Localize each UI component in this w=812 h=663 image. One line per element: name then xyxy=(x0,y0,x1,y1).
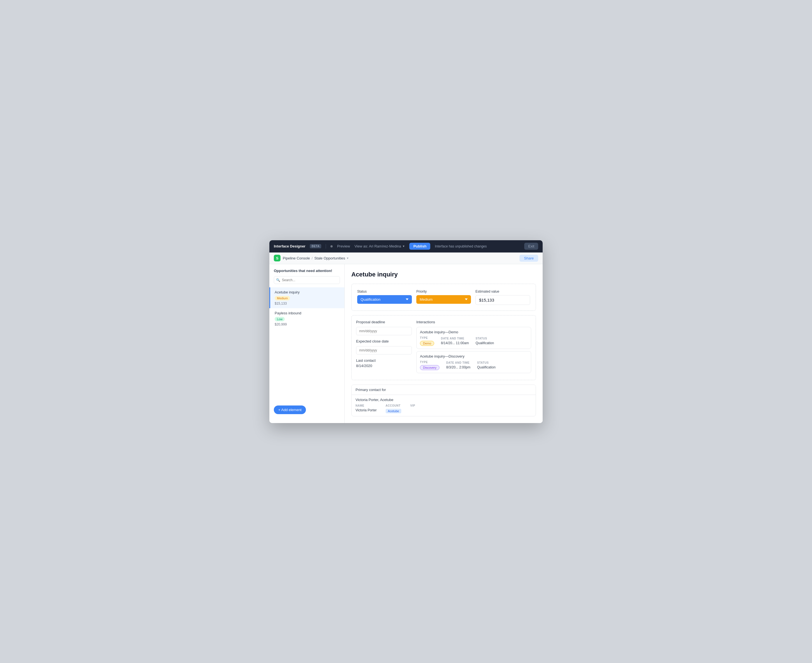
estimated-value-field-group: Estimated value xyxy=(475,289,530,305)
status-label: Status xyxy=(357,289,412,293)
sidebar-item-name-acetube: Acetube inquiry xyxy=(275,290,340,294)
priority-field-group: Priority Medium xyxy=(417,289,471,305)
breadcrumb-chevron-icon: ▼ xyxy=(346,257,349,260)
exit-button[interactable]: Exit xyxy=(524,243,538,250)
interactions-column: Interactions Acetube inquiry—Demo TYPE D… xyxy=(417,320,531,375)
datetime-value-0: 8/14/20... 11:00am xyxy=(441,341,469,345)
estimated-value-input[interactable] xyxy=(475,295,530,305)
app-name: Interface Designer xyxy=(274,244,305,248)
breadcrumb: Pipeline Console / Stale Opportunities ▼ xyxy=(283,256,349,260)
interaction-status-col-0: STATUS Qualification xyxy=(475,337,494,345)
status-header-0: STATUS xyxy=(475,337,494,340)
sidebar: Opportunities that need attention! 🔍 Ace… xyxy=(269,264,345,423)
sidebar-value-payless: $20,999 xyxy=(275,322,340,327)
fields-section: Status Qualification Priority Medium Est… xyxy=(351,284,536,311)
primary-contact-section: Primary contact for Victoria Porter, Ace… xyxy=(351,385,536,416)
top-nav: Interface Designer BETA Preview View as:… xyxy=(269,240,543,252)
account-badge: Acetube xyxy=(386,409,401,413)
interactions-label: Interactions xyxy=(417,320,531,324)
type-header-0: TYPE xyxy=(420,336,434,340)
sidebar-badge-acetube: Medium xyxy=(275,296,290,301)
vip-header: VIP xyxy=(410,404,415,407)
sub-nav: S Pipeline Console / Stale Opportunities… xyxy=(269,252,543,264)
view-as-selector[interactable]: View as: Ari Ramírez-Medina ▼ xyxy=(354,244,405,248)
contact-card: Victoria Porter, Acetube NAME Victoria P… xyxy=(352,395,536,416)
datetime-header-1: DATE AND TIME xyxy=(446,361,470,364)
chevron-down-icon: ▼ xyxy=(402,245,405,248)
interaction-title-0: Acetube inquiry—Demo xyxy=(420,330,528,334)
publish-button[interactable]: Publish xyxy=(409,243,430,250)
preview-label[interactable]: Preview xyxy=(337,244,350,248)
middle-section: Proposal deadline Expected close date La… xyxy=(351,315,536,380)
view-as-label: View as: Ari Ramírez-Medina xyxy=(354,244,401,248)
app-icon: S xyxy=(274,255,280,261)
unpublished-text: Interface has unpublished changes xyxy=(435,244,486,248)
status-value-1: Qualification xyxy=(477,365,496,369)
nav-separator xyxy=(326,244,326,249)
name-header: NAME xyxy=(355,404,377,407)
expected-close-date-input[interactable] xyxy=(356,346,412,354)
search-icon: 🔍 xyxy=(276,278,280,282)
interaction-meta-0: TYPE Demo DATE AND TIME 8/14/20... 11:00… xyxy=(420,336,528,346)
priority-label: Priority xyxy=(417,289,471,293)
interaction-datetime-col-1: DATE AND TIME 8/3/20... 2:00pm xyxy=(446,361,470,369)
proposal-deadline-input[interactable] xyxy=(356,327,412,335)
beta-badge: BETA xyxy=(310,244,321,248)
interaction-meta-1: TYPE Discovery DATE AND TIME 8/3/20... 2… xyxy=(420,361,528,370)
priority-select[interactable]: Medium xyxy=(417,295,471,304)
main-layout: Opportunities that need attention! 🔍 Ace… xyxy=(269,264,543,423)
interaction-card-1[interactable]: Acetube inquiry—Discovery TYPE Discovery… xyxy=(417,351,531,373)
name-value: Victoria Porter xyxy=(355,408,377,412)
status-value-0: Qualification xyxy=(475,341,494,345)
contact-name-row: Victoria Porter, Acetube xyxy=(355,398,532,402)
datetime-header-0: DATE AND TIME xyxy=(441,337,469,340)
proposal-deadline-label: Proposal deadline xyxy=(356,320,412,324)
status-select[interactable]: Qualification xyxy=(357,295,412,304)
interaction-type-col-1: TYPE Discovery xyxy=(420,361,439,370)
interaction-datetime-col-0: DATE AND TIME 8/14/20... 11:00am xyxy=(441,337,469,345)
type-badge-discovery: Discovery xyxy=(420,365,439,370)
contact-fields: NAME Victoria Porter ACCOUNT Acetube VIP xyxy=(355,404,532,413)
breadcrumb-pipeline[interactable]: Pipeline Console xyxy=(283,256,310,260)
interaction-card-0[interactable]: Acetube inquiry—Demo TYPE Demo DATE AND … xyxy=(417,327,531,349)
estimated-value-label: Estimated value xyxy=(475,289,530,293)
content-area: Acetube inquiry Status Qualification Pri… xyxy=(345,264,543,423)
status-header-1: STATUS xyxy=(477,361,496,364)
sidebar-badge-payless: Low xyxy=(275,317,285,321)
primary-contact-header: Primary contact for xyxy=(352,385,536,395)
datetime-value-1: 8/3/20... 2:00pm xyxy=(446,365,470,369)
dates-column: Proposal deadline Expected close date La… xyxy=(356,320,412,375)
interaction-title-1: Acetube inquiry—Discovery xyxy=(420,354,528,358)
page-title: Acetube inquiry xyxy=(351,271,536,278)
contact-account-field: ACCOUNT Acetube xyxy=(386,404,401,413)
window: Interface Designer BETA Preview View as:… xyxy=(269,240,543,423)
last-contact-value: 8/14/2020 xyxy=(356,364,412,368)
sidebar-item-name-payless: Payless inbound xyxy=(275,311,340,315)
sidebar-section-title: Opportunities that need attention! xyxy=(269,268,344,276)
contact-vip-field: VIP xyxy=(410,404,415,413)
contact-name-field: NAME Victoria Porter xyxy=(355,404,377,413)
breadcrumb-separator: / xyxy=(312,256,313,260)
expected-close-date-label: Expected close date xyxy=(356,339,412,343)
type-badge-demo: Demo xyxy=(420,341,434,346)
share-button[interactable]: Share xyxy=(520,255,538,262)
status-field-group: Status Qualification xyxy=(357,289,412,305)
sidebar-value-acetube: $15,133 xyxy=(275,302,340,306)
add-element-button[interactable]: + Add element xyxy=(274,406,306,414)
last-contact-label: Last contact xyxy=(356,358,412,362)
sidebar-item-acetube[interactable]: Acetube inquiry Medium $15,133 xyxy=(269,287,344,308)
type-header-1: TYPE xyxy=(420,361,439,364)
interaction-status-col-1: STATUS Qualification xyxy=(477,361,496,369)
search-box: 🔍 xyxy=(274,276,340,284)
preview-dot xyxy=(331,245,333,247)
breadcrumb-stale-opps[interactable]: Stale Opportunities ▼ xyxy=(314,256,349,260)
interaction-type-col-0: TYPE Demo xyxy=(420,336,434,346)
sidebar-item-payless[interactable]: Payless inbound Low $20,999 xyxy=(269,308,344,329)
account-header: ACCOUNT xyxy=(386,404,401,407)
search-input[interactable] xyxy=(274,276,340,284)
